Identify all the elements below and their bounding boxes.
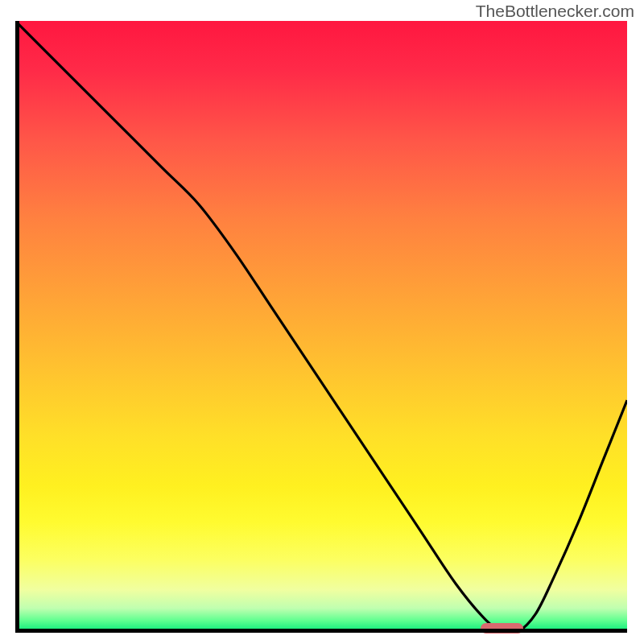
plot-area (15, 21, 627, 633)
bottleneck-curve (15, 21, 627, 633)
chart-container: TheBottlenecker.com (0, 0, 644, 644)
optimal-range-marker (481, 623, 523, 634)
watermark-text: TheBottlenecker.com (476, 2, 634, 21)
